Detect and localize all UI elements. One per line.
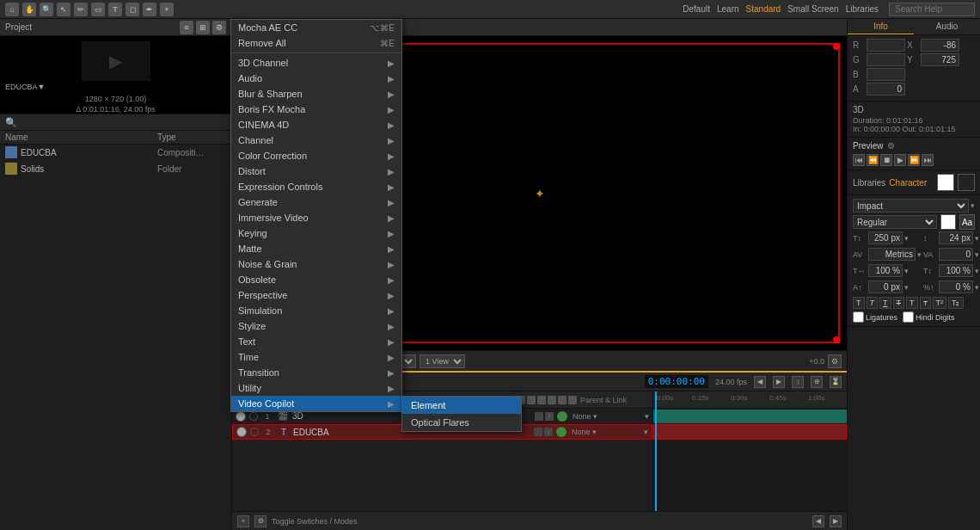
tl-btn-3[interactable]: ↕ [792, 376, 804, 388]
preview-settings-icon[interactable]: ⚙ [887, 141, 895, 151]
menu-audio[interactable]: Audio ▶ [231, 71, 401, 86]
tl-btn-4[interactable]: ⊕ [811, 376, 823, 388]
btn-underline[interactable]: T [879, 297, 891, 309]
menu-immersive[interactable]: Immersive Video ▶ [231, 210, 401, 225]
menu-remove-all[interactable]: Remove All ⌘E [231, 35, 401, 51]
text-color-swatch[interactable] [937, 174, 954, 191]
menu-distort[interactable]: Distort ▶ [231, 163, 401, 179]
preview-btn-play[interactable]: ▶ [894, 154, 906, 166]
menu-time[interactable]: Time ▶ [231, 349, 401, 365]
y-value[interactable] [921, 53, 959, 66]
list-view-icon[interactable]: ≡ [180, 21, 193, 34]
tracking-stepper[interactable]: ▾ [975, 250, 979, 259]
text-bg-swatch[interactable] [958, 174, 975, 191]
leading-input[interactable] [939, 231, 973, 244]
hand-icon[interactable]: ✋ [22, 3, 36, 16]
menu-text[interactable]: Text ▶ [231, 334, 401, 349]
submenu-element[interactable]: Element [402, 397, 521, 414]
viewer-view-select[interactable]: 1 View [420, 354, 465, 368]
layer-vis-3d[interactable] [236, 411, 246, 422]
nav-standard[interactable]: Standard [746, 4, 781, 14]
grid-view-icon[interactable]: ⊞ [196, 21, 210, 34]
layer-expand-educba[interactable]: ▾ [644, 428, 648, 436]
btn-sub[interactable]: T₂ [948, 297, 964, 309]
btn-bold[interactable]: T [853, 297, 865, 309]
btn-strikethrough[interactable]: T [893, 297, 905, 309]
layer-vis-educba[interactable] [236, 427, 247, 437]
menu-keying[interactable]: Keying ▶ [231, 225, 401, 241]
zoom-icon[interactable]: 🔍 [40, 3, 53, 16]
tsz2-stepper[interactable]: ▾ [975, 267, 979, 275]
layer-expand-3d[interactable]: ▾ [645, 412, 649, 421]
shape-icon[interactable]: ▭ [91, 3, 105, 16]
menu-video-copilot[interactable]: Video Copilot ▶ Element Optical Flares [231, 396, 401, 411]
size-stepper[interactable]: ▾ [904, 234, 909, 243]
nav-libraries[interactable]: Libraries [846, 4, 879, 14]
a-value[interactable] [867, 83, 905, 96]
menu-matte[interactable]: Matte ▶ [231, 241, 401, 256]
layer-mode-3d[interactable] [557, 411, 567, 422]
home-icon[interactable]: ⌂ [5, 3, 19, 16]
project-search-input[interactable] [21, 116, 226, 128]
submenu-optical-flares[interactable]: Optical Flares [402, 414, 521, 431]
font-dropdown-icon[interactable]: ▾ [971, 201, 975, 210]
char-color-swatch[interactable] [940, 214, 956, 230]
tab-audio[interactable]: Audio [914, 19, 980, 34]
character-label[interactable]: Character [889, 178, 927, 188]
btn-italic[interactable]: T [867, 297, 879, 309]
select-icon[interactable]: ↖ [57, 3, 70, 16]
b-value[interactable] [867, 68, 905, 81]
layer-solo-3d[interactable] [249, 412, 258, 421]
menu-stylize[interactable]: Stylize ▶ [231, 318, 401, 334]
btn-super[interactable]: T² [933, 297, 947, 309]
menu-cinema4d[interactable]: CINEMA 4D ▶ [231, 117, 401, 132]
x-value[interactable] [921, 39, 959, 52]
ligatures-label[interactable]: Ligatures [853, 311, 897, 323]
font-size-input[interactable] [868, 231, 903, 244]
project-item-educba[interactable]: EDUCBA Compositi… [0, 145, 231, 161]
mask-icon[interactable]: ◻ [126, 3, 139, 16]
r-value[interactable] [867, 39, 905, 52]
menu-color-correction[interactable]: Color Correction ▶ [231, 148, 401, 163]
menu-3d-channel[interactable]: 3D Channel ▶ [231, 55, 401, 71]
tsz-stepper[interactable]: ▾ [904, 267, 909, 275]
menu-generate[interactable]: Generate ▶ [231, 194, 401, 210]
menu-transition[interactable]: Transition ▶ [231, 365, 401, 380]
libraries-label[interactable]: Libraries [853, 178, 885, 188]
g-value[interactable] [867, 53, 905, 66]
leading-stepper[interactable]: ▾ [975, 234, 979, 243]
preview-btn-prev[interactable]: ⏪ [867, 154, 879, 166]
font-select[interactable]: Impact [853, 199, 969, 213]
kerning-input[interactable] [868, 248, 916, 261]
viewer-settings-btn[interactable]: ⚙ [828, 354, 842, 368]
text-icon[interactable]: T [108, 3, 122, 16]
tl-bottom-btn3[interactable]: ◀ [812, 515, 824, 527]
tracking-input[interactable] [939, 248, 973, 261]
preview-btn-last[interactable]: ⏭ [922, 154, 934, 166]
baseline2-stepper[interactable]: ▾ [975, 283, 979, 292]
menu-boris-mocha[interactable]: Boris FX Mocha ▶ [231, 102, 401, 117]
nav-default[interactable]: Default [683, 4, 710, 14]
tab-info[interactable]: Info [848, 19, 914, 34]
tl-btn-5[interactable]: ⌛ [830, 376, 842, 388]
pen-icon[interactable]: ✏ [74, 3, 88, 16]
menu-utility[interactable]: Utility ▶ [231, 380, 401, 396]
menu-blur-sharpen[interactable]: Blur & Sharpen ▶ [231, 86, 401, 102]
nav-small-screen[interactable]: Small Screen [787, 4, 838, 14]
style-select[interactable]: Regular [853, 215, 937, 229]
menu-mocha[interactable]: Mocha AE CC ⌥⌘E [231, 20, 401, 35]
menu-perspective[interactable]: Perspective ▶ [231, 287, 401, 303]
toggle-switches-label[interactable]: Toggle Switches / Modes [272, 517, 358, 526]
menu-channel[interactable]: Channel ▶ [231, 132, 401, 148]
menu-simulation[interactable]: Simulation ▶ [231, 303, 401, 318]
tl-bottom-btn4[interactable]: ▶ [830, 515, 842, 527]
menu-noise[interactable]: Noise & Grain ▶ [231, 256, 401, 272]
menu-obsolete[interactable]: Obsolete ▶ [231, 272, 401, 287]
tl-bottom-btn2[interactable]: ⚙ [254, 515, 266, 527]
search-input[interactable] [889, 3, 975, 16]
preview-btn-next[interactable]: ⏩ [908, 154, 920, 166]
pen2-icon[interactable]: ✒ [143, 3, 156, 16]
ligatures-checkbox[interactable] [853, 311, 864, 323]
tsz2-input[interactable] [939, 264, 973, 277]
menu-expression[interactable]: Expression Controls ▶ [231, 179, 401, 194]
